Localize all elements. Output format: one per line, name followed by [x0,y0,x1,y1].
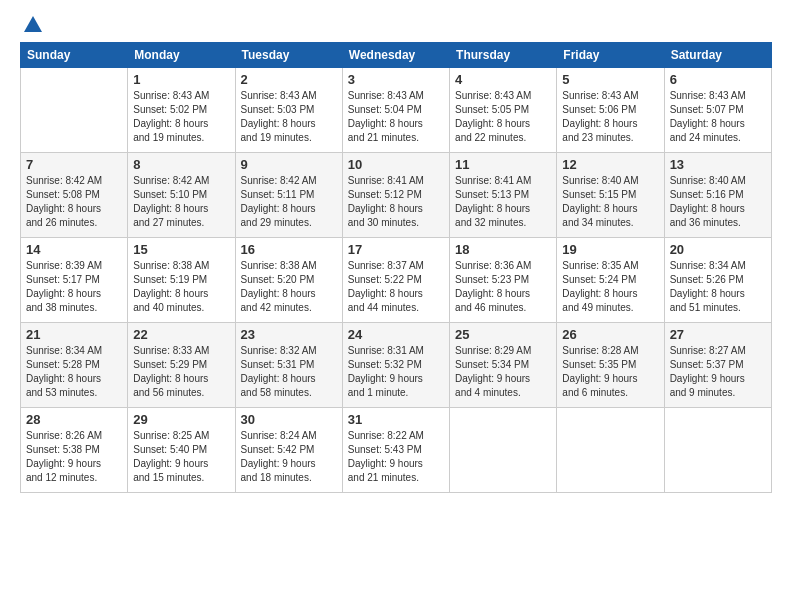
calendar-cell: 25Sunrise: 8:29 AM Sunset: 5:34 PM Dayli… [450,323,557,408]
day-number: 3 [348,72,444,87]
calendar-cell: 15Sunrise: 8:38 AM Sunset: 5:19 PM Dayli… [128,238,235,323]
day-number: 21 [26,327,122,342]
day-info: Sunrise: 8:28 AM Sunset: 5:35 PM Dayligh… [562,344,658,400]
day-number: 12 [562,157,658,172]
day-info: Sunrise: 8:40 AM Sunset: 5:15 PM Dayligh… [562,174,658,230]
day-number: 10 [348,157,444,172]
day-number: 19 [562,242,658,257]
calendar-table: SundayMondayTuesdayWednesdayThursdayFrid… [20,42,772,493]
day-info: Sunrise: 8:43 AM Sunset: 5:06 PM Dayligh… [562,89,658,145]
day-info: Sunrise: 8:41 AM Sunset: 5:13 PM Dayligh… [455,174,551,230]
day-number: 1 [133,72,229,87]
day-info: Sunrise: 8:43 AM Sunset: 5:07 PM Dayligh… [670,89,766,145]
day-number: 18 [455,242,551,257]
calendar-week-4: 21Sunrise: 8:34 AM Sunset: 5:28 PM Dayli… [21,323,772,408]
calendar-cell [21,68,128,153]
day-number: 4 [455,72,551,87]
day-number: 16 [241,242,337,257]
day-info: Sunrise: 8:43 AM Sunset: 5:04 PM Dayligh… [348,89,444,145]
calendar-cell: 28Sunrise: 8:26 AM Sunset: 5:38 PM Dayli… [21,408,128,493]
weekday-header-friday: Friday [557,43,664,68]
calendar-cell: 10Sunrise: 8:41 AM Sunset: 5:12 PM Dayli… [342,153,449,238]
day-info: Sunrise: 8:39 AM Sunset: 5:17 PM Dayligh… [26,259,122,315]
calendar-cell: 13Sunrise: 8:40 AM Sunset: 5:16 PM Dayli… [664,153,771,238]
calendar-cell: 18Sunrise: 8:36 AM Sunset: 5:23 PM Dayli… [450,238,557,323]
day-info: Sunrise: 8:41 AM Sunset: 5:12 PM Dayligh… [348,174,444,230]
day-info: Sunrise: 8:37 AM Sunset: 5:22 PM Dayligh… [348,259,444,315]
calendar-cell [557,408,664,493]
weekday-header-monday: Monday [128,43,235,68]
day-number: 28 [26,412,122,427]
day-number: 20 [670,242,766,257]
calendar-cell: 19Sunrise: 8:35 AM Sunset: 5:24 PM Dayli… [557,238,664,323]
weekday-header-sunday: Sunday [21,43,128,68]
day-number: 17 [348,242,444,257]
calendar-cell: 9Sunrise: 8:42 AM Sunset: 5:11 PM Daylig… [235,153,342,238]
day-info: Sunrise: 8:22 AM Sunset: 5:43 PM Dayligh… [348,429,444,485]
day-info: Sunrise: 8:43 AM Sunset: 5:02 PM Dayligh… [133,89,229,145]
day-info: Sunrise: 8:34 AM Sunset: 5:26 PM Dayligh… [670,259,766,315]
day-info: Sunrise: 8:38 AM Sunset: 5:20 PM Dayligh… [241,259,337,315]
day-number: 11 [455,157,551,172]
calendar-cell: 5Sunrise: 8:43 AM Sunset: 5:06 PM Daylig… [557,68,664,153]
day-info: Sunrise: 8:33 AM Sunset: 5:29 PM Dayligh… [133,344,229,400]
calendar-cell: 30Sunrise: 8:24 AM Sunset: 5:42 PM Dayli… [235,408,342,493]
calendar-week-5: 28Sunrise: 8:26 AM Sunset: 5:38 PM Dayli… [21,408,772,493]
calendar-cell: 7Sunrise: 8:42 AM Sunset: 5:08 PM Daylig… [21,153,128,238]
calendar-cell: 6Sunrise: 8:43 AM Sunset: 5:07 PM Daylig… [664,68,771,153]
day-number: 6 [670,72,766,87]
weekday-header-saturday: Saturday [664,43,771,68]
calendar-week-3: 14Sunrise: 8:39 AM Sunset: 5:17 PM Dayli… [21,238,772,323]
day-number: 29 [133,412,229,427]
weekday-header-tuesday: Tuesday [235,43,342,68]
day-number: 22 [133,327,229,342]
calendar-cell: 12Sunrise: 8:40 AM Sunset: 5:15 PM Dayli… [557,153,664,238]
day-info: Sunrise: 8:25 AM Sunset: 5:40 PM Dayligh… [133,429,229,485]
day-info: Sunrise: 8:42 AM Sunset: 5:11 PM Dayligh… [241,174,337,230]
calendar-cell: 17Sunrise: 8:37 AM Sunset: 5:22 PM Dayli… [342,238,449,323]
day-number: 5 [562,72,658,87]
day-info: Sunrise: 8:42 AM Sunset: 5:10 PM Dayligh… [133,174,229,230]
day-number: 30 [241,412,337,427]
day-info: Sunrise: 8:42 AM Sunset: 5:08 PM Dayligh… [26,174,122,230]
day-number: 31 [348,412,444,427]
calendar-cell: 16Sunrise: 8:38 AM Sunset: 5:20 PM Dayli… [235,238,342,323]
day-info: Sunrise: 8:36 AM Sunset: 5:23 PM Dayligh… [455,259,551,315]
calendar-cell: 22Sunrise: 8:33 AM Sunset: 5:29 PM Dayli… [128,323,235,408]
day-number: 13 [670,157,766,172]
calendar-cell: 24Sunrise: 8:31 AM Sunset: 5:32 PM Dayli… [342,323,449,408]
page-container: SundayMondayTuesdayWednesdayThursdayFrid… [0,0,792,612]
day-number: 9 [241,157,337,172]
day-info: Sunrise: 8:24 AM Sunset: 5:42 PM Dayligh… [241,429,337,485]
calendar-week-1: 1Sunrise: 8:43 AM Sunset: 5:02 PM Daylig… [21,68,772,153]
day-number: 7 [26,157,122,172]
day-number: 24 [348,327,444,342]
calendar-cell: 26Sunrise: 8:28 AM Sunset: 5:35 PM Dayli… [557,323,664,408]
day-number: 14 [26,242,122,257]
day-info: Sunrise: 8:34 AM Sunset: 5:28 PM Dayligh… [26,344,122,400]
calendar-cell: 20Sunrise: 8:34 AM Sunset: 5:26 PM Dayli… [664,238,771,323]
day-info: Sunrise: 8:27 AM Sunset: 5:37 PM Dayligh… [670,344,766,400]
day-info: Sunrise: 8:40 AM Sunset: 5:16 PM Dayligh… [670,174,766,230]
calendar-cell: 2Sunrise: 8:43 AM Sunset: 5:03 PM Daylig… [235,68,342,153]
calendar-cell [664,408,771,493]
calendar-week-2: 7Sunrise: 8:42 AM Sunset: 5:08 PM Daylig… [21,153,772,238]
weekday-header-row: SundayMondayTuesdayWednesdayThursdayFrid… [21,43,772,68]
logo [20,16,44,32]
calendar-cell: 21Sunrise: 8:34 AM Sunset: 5:28 PM Dayli… [21,323,128,408]
weekday-header-thursday: Thursday [450,43,557,68]
day-info: Sunrise: 8:31 AM Sunset: 5:32 PM Dayligh… [348,344,444,400]
logo-icon [22,14,44,36]
day-number: 15 [133,242,229,257]
calendar-cell [450,408,557,493]
calendar-cell: 27Sunrise: 8:27 AM Sunset: 5:37 PM Dayli… [664,323,771,408]
day-info: Sunrise: 8:35 AM Sunset: 5:24 PM Dayligh… [562,259,658,315]
calendar-cell: 3Sunrise: 8:43 AM Sunset: 5:04 PM Daylig… [342,68,449,153]
calendar-cell: 14Sunrise: 8:39 AM Sunset: 5:17 PM Dayli… [21,238,128,323]
day-number: 26 [562,327,658,342]
day-info: Sunrise: 8:43 AM Sunset: 5:05 PM Dayligh… [455,89,551,145]
day-number: 23 [241,327,337,342]
calendar-cell: 1Sunrise: 8:43 AM Sunset: 5:02 PM Daylig… [128,68,235,153]
day-info: Sunrise: 8:43 AM Sunset: 5:03 PM Dayligh… [241,89,337,145]
day-number: 25 [455,327,551,342]
